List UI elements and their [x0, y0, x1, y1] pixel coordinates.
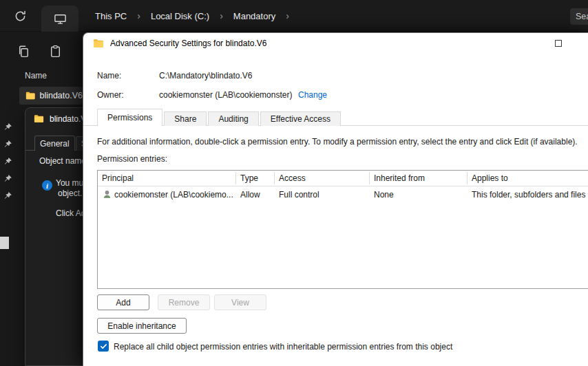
scrollbar-thumb[interactable]	[0, 237, 9, 249]
view-button[interactable]: View	[214, 294, 266, 310]
info-text-line3: Click Ad	[56, 208, 85, 218]
paste-button[interactable]	[48, 44, 63, 59]
checkmark-icon	[100, 343, 107, 350]
enable-inheritance-button[interactable]: Enable inheritance	[97, 318, 187, 334]
dialog-title: Advanced Security Settings for blindato.…	[110, 39, 266, 48]
dialog-tabs: Permissions Share Auditing Effective Acc…	[97, 109, 342, 126]
this-pc-icon	[54, 12, 67, 25]
column-header-inherited-from[interactable]: Inherited from	[374, 171, 425, 186]
file-row-blindato[interactable]: blindato.V6	[19, 87, 83, 105]
column-header-name[interactable]: Name	[25, 71, 47, 80]
file-label: blindato.V6	[39, 91, 83, 100]
owner-value: cookiemonster (LAB\cookiemonster)	[159, 90, 292, 100]
maximize-icon	[555, 40, 562, 47]
refresh-icon	[14, 10, 27, 23]
properties-dialog-title: blindato.V	[50, 114, 86, 124]
folder-icon	[25, 90, 35, 101]
search-input[interactable]: Sea	[570, 8, 588, 25]
user-icon	[102, 189, 112, 200]
column-separator	[235, 172, 236, 184]
chevron-right-icon: ›	[134, 10, 144, 21]
folder-icon	[34, 114, 44, 124]
column-header-type[interactable]: Type	[240, 171, 258, 186]
permission-entries-table: Principal Type Access Inherited from App…	[97, 170, 588, 289]
breadcrumb: This PC › Local Disk (C:) › Mandatory ›	[88, 0, 293, 32]
tab-auditing[interactable]: Auditing	[208, 111, 258, 126]
breadcrumb-local-disk-c[interactable]: Local Disk (C:)	[144, 11, 216, 21]
tab-share[interactable]: Share	[164, 111, 207, 126]
dialog-titlebar: Advanced Security Settings for blindato.…	[93, 38, 266, 49]
refresh-button[interactable]	[14, 10, 28, 23]
permission-entries-label: Permission entries:	[97, 154, 167, 164]
permission-entry-row[interactable]: cookiemonster (LAB\cookiemo... Allow Ful…	[98, 186, 588, 203]
pinned-item-icon[interactable]	[3, 139, 12, 148]
explorer-tab-this-pc[interactable]	[41, 6, 78, 32]
pinned-item-icon[interactable]	[3, 122, 12, 131]
tab-permissions[interactable]: Permissions	[97, 109, 162, 126]
replace-permissions-checkbox-label[interactable]: Replace all child object permission entr…	[114, 342, 452, 352]
pinned-item-icon[interactable]	[3, 173, 12, 182]
add-button[interactable]: Add	[97, 294, 149, 310]
explorer-topbar: This PC › Local Disk (C:) › Mandatory › …	[0, 0, 588, 32]
cell-access: Full control	[279, 186, 319, 203]
name-value: C:\Mandatory\blindato.V6	[159, 71, 252, 80]
tab-effective-access[interactable]: Effective Access	[260, 111, 341, 126]
advanced-security-dialog: Advanced Security Settings for blindato.…	[83, 32, 588, 366]
column-header-access[interactable]: Access	[279, 171, 306, 186]
breadcrumb-this-pc[interactable]: This PC	[88, 11, 134, 21]
column-separator	[467, 172, 468, 184]
change-owner-link[interactable]: Change	[298, 90, 327, 100]
desktop-screen: This PC › Local Disk (C:) › Mandatory › …	[0, 0, 588, 366]
maximize-button[interactable]	[543, 33, 574, 54]
paste-icon	[48, 44, 63, 58]
cell-applies-to: This folder, subfolders and files	[472, 186, 585, 203]
copy-icon	[17, 44, 31, 58]
pinned-item-icon[interactable]	[3, 156, 12, 165]
column-separator	[274, 172, 275, 184]
name-label: Name:	[97, 71, 121, 80]
breadcrumb-mandatory[interactable]: Mandatory	[227, 11, 282, 21]
copy-button[interactable]	[17, 44, 32, 59]
properties-dialog-titlebar: blindato.V	[34, 114, 86, 124]
column-separator	[369, 172, 370, 184]
owner-label: Owner:	[97, 90, 124, 100]
column-header-applies-to[interactable]: Applies to	[472, 171, 508, 186]
cell-type: Allow	[240, 186, 260, 203]
chevron-right-icon: ›	[216, 10, 227, 21]
remove-button[interactable]: Remove	[158, 294, 210, 310]
object-name-label: Object name:	[39, 156, 88, 166]
tab-general[interactable]: General	[34, 136, 75, 151]
folder-icon	[93, 38, 104, 49]
info-icon: i	[42, 180, 52, 191]
cell-inherited-from: None	[374, 186, 394, 203]
column-header-principal[interactable]: Principal	[102, 171, 134, 186]
chevron-right-icon: ›	[282, 10, 293, 21]
info-text-line2: object.	[58, 189, 82, 198]
permissions-info-text: For additional information, double-click…	[97, 137, 578, 147]
replace-permissions-checkbox[interactable]	[98, 341, 109, 352]
cell-principal: cookiemonster (LAB\cookiemo...	[114, 186, 233, 203]
pinned-item-icon[interactable]	[3, 191, 12, 200]
